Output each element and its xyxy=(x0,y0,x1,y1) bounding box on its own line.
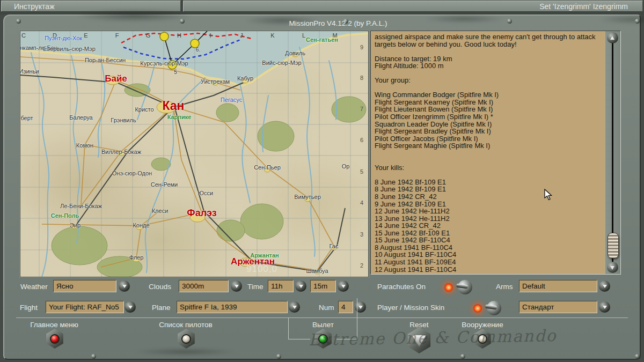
parachutes-toggle[interactable] xyxy=(443,279,474,296)
chevron-down-icon xyxy=(122,285,127,288)
time-label: Time xyxy=(247,283,264,291)
map-terrain-graphic xyxy=(20,31,368,277)
parachutes-label: Parachutes On xyxy=(377,283,426,291)
scroll-up-button[interactable] xyxy=(607,32,618,43)
weather-dropdown-button[interactable] xyxy=(119,280,130,292)
map-grid-letter: F xyxy=(115,32,119,39)
chevron-down-icon xyxy=(358,306,363,309)
arms-select[interactable]: Default xyxy=(519,280,597,292)
indicator-lamp-icon xyxy=(473,304,482,313)
chevron-down-icon xyxy=(128,306,133,309)
map-label: Клеси xyxy=(152,208,169,214)
plane-select[interactable]: Spitfire F Ia, 1939 xyxy=(177,301,288,313)
map-label: Комон xyxy=(76,142,93,149)
plane-label: Plane xyxy=(152,304,171,312)
screw-icon xyxy=(16,19,21,24)
tab-bar: Инструктаж Set 'Izengrimm' Izengrimm xyxy=(0,0,644,14)
map-label: Вимутьер xyxy=(294,194,321,200)
map-grid-number: 6 xyxy=(360,137,363,143)
map-label: Аржантан xyxy=(250,252,279,258)
map-label: Сен-гатьен xyxy=(306,36,338,43)
scrollbar-thumb[interactable] xyxy=(608,233,619,258)
map-grid-number: 5 xyxy=(360,168,363,175)
clouds-dropdown-button[interactable] xyxy=(231,280,242,292)
map-label: Пуэнт-дю-Хок xyxy=(45,35,82,41)
flight-dropdown-button[interactable] xyxy=(125,301,136,313)
briefing-map[interactable]: C D E F G H I J K L M 9 8 7 6 5 4 3 2 Пу… xyxy=(20,31,369,277)
map-label: Сен-Пьер xyxy=(254,164,281,171)
map-label: Онэ-сюр-Одон xyxy=(112,170,152,176)
arms-dropdown-button[interactable] xyxy=(599,280,610,292)
chevron-down-icon xyxy=(299,285,303,288)
map-grid-letter: H xyxy=(177,32,181,39)
screw-icon xyxy=(635,354,640,359)
map-label: Ор xyxy=(342,163,350,169)
map-grid-number: 7 xyxy=(360,106,363,112)
tab-briefing[interactable]: Инструктаж xyxy=(1,1,181,12)
map-label: Еэервиль-сюр-Мэр xyxy=(43,46,96,52)
map-grid-letter: G xyxy=(146,32,151,39)
indicator-lamp-icon xyxy=(444,283,453,292)
selection-bracket-line xyxy=(288,317,289,339)
skin-label: Player / Mission Skin xyxy=(377,304,444,312)
arms-label: Arms xyxy=(496,283,513,291)
map-label: Уистрехам xyxy=(201,78,230,85)
clouds-label: Clouds xyxy=(149,283,171,291)
skin-toggle[interactable] xyxy=(472,300,503,317)
app-title: MissionPro V4.12.2 (by P.A.L.) xyxy=(177,19,499,27)
tab-pilot-set[interactable]: Set 'Izengrimm' Izengrimm xyxy=(183,1,643,12)
flight-select[interactable]: Your Flight: RAF_No5 xyxy=(46,301,124,313)
chevron-down-icon xyxy=(603,306,607,309)
map-label: Гас xyxy=(330,243,339,249)
screw-icon xyxy=(460,354,465,359)
main-menu-button-label: Главное меню xyxy=(30,321,78,329)
map-label: Флер xyxy=(129,254,144,261)
num-select[interactable]: 4 xyxy=(338,301,353,313)
time-minute-dropdown-button[interactable] xyxy=(338,280,349,292)
map-grid-number: 9 xyxy=(360,44,363,50)
map-label: Изиньи xyxy=(20,68,39,75)
map-grid-number: 4 xyxy=(360,200,363,206)
chevron-down-icon xyxy=(235,285,239,288)
scroll-down-button[interactable] xyxy=(607,262,618,273)
map-label-city: Кан xyxy=(162,99,184,113)
waypoint-number: 5 xyxy=(174,69,177,75)
selection-bracket-line xyxy=(288,339,310,339)
map-label: Конде xyxy=(133,222,149,228)
time-hour-dropdown-button[interactable] xyxy=(295,280,306,292)
map-grid-letter: E xyxy=(84,32,87,39)
weather-label: Weather xyxy=(20,283,48,291)
map-label: Грэнвиль xyxy=(111,117,136,123)
map-label: Балеруа xyxy=(69,114,92,121)
skin-dropdown-button[interactable] xyxy=(599,301,610,313)
map-grid-letter: K xyxy=(270,32,274,39)
pilot-list-button-label: Список пилотов xyxy=(159,321,212,329)
map-label: Виллер-Бокаж xyxy=(101,149,141,155)
map-grid-letter: I xyxy=(209,32,211,39)
clouds-select[interactable]: 3000m xyxy=(179,280,229,292)
map-label: Юсси xyxy=(198,190,213,196)
scrollbar[interactable] xyxy=(605,31,620,274)
map-label: Кристо xyxy=(135,106,153,113)
map-label: Кабур xyxy=(237,75,253,82)
weather-select[interactable]: Ясно xyxy=(53,280,116,292)
plane-dropdown-button[interactable] xyxy=(289,301,300,313)
map-grid-number: 2 xyxy=(360,262,363,269)
map-label: Эир xyxy=(70,222,80,228)
map-label: Курсэль-сюр-Мэр xyxy=(140,60,188,67)
skin-select[interactable]: Стандарт xyxy=(519,301,597,313)
white-gem-icon xyxy=(181,334,191,344)
time-minute-select[interactable]: 15m xyxy=(310,280,336,292)
map-grid-number: 3 xyxy=(360,231,363,238)
map-label: Сен-Реми xyxy=(151,181,178,188)
chevron-down-icon xyxy=(603,285,607,288)
time-hour-select[interactable]: 11h xyxy=(268,280,294,292)
flight-label: Flight xyxy=(20,304,38,312)
chevron-down-icon xyxy=(341,285,346,288)
map-label: Карпике xyxy=(167,114,192,120)
map-grid-letter: C xyxy=(21,32,26,39)
map-label: Пор-ан-Бессин xyxy=(85,57,126,63)
briefing-panel: assigned airspace and make sure the enem… xyxy=(370,31,621,275)
fly-button-label: Вылет xyxy=(312,321,334,329)
screw-icon xyxy=(635,19,640,24)
